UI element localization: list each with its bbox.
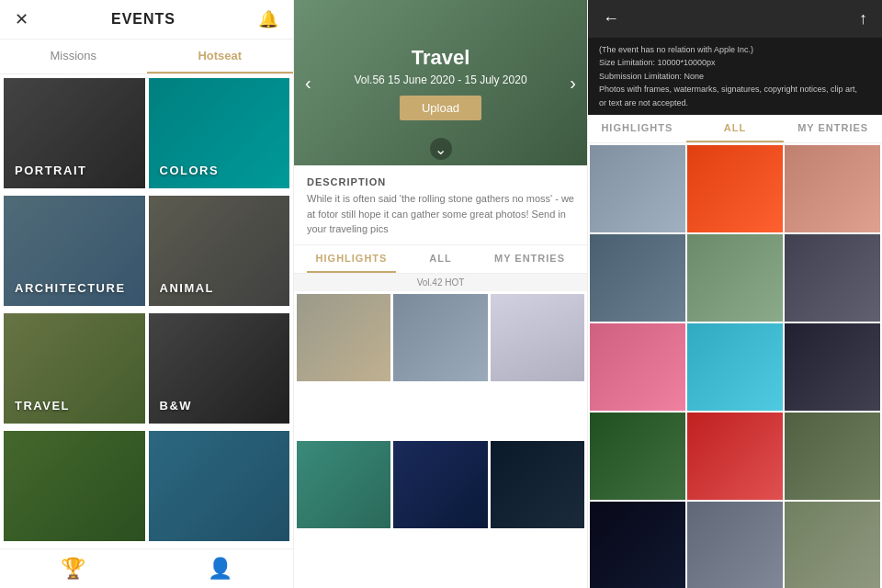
hero-title: Travel <box>412 46 470 70</box>
tab-highlights-right[interactable]: HIGHLIGHTS <box>588 115 686 142</box>
events-grid: PORTRAIT COLORS ARCHITECTURE ANIMAL TRAV… <box>0 74 293 548</box>
list-item[interactable] <box>149 431 290 541</box>
hero-subtitle: Vol.56 15 June 2020 - 15 July 2020 <box>354 74 526 86</box>
photo-item[interactable] <box>785 413 880 500</box>
animal-label: ANIMAL <box>160 281 215 295</box>
info-line-4: Photos with frames, watermarks, signatur… <box>599 83 871 96</box>
photo-bg <box>393 294 487 381</box>
list-item[interactable]: COLORS <box>149 78 290 188</box>
photo-bg <box>785 234 880 322</box>
extra2-image <box>149 431 290 541</box>
photo-bg <box>491 441 584 528</box>
photo-bg <box>785 323 880 411</box>
info-line-2: Size Limitation: 10000*10000px <box>599 56 871 69</box>
photo-item[interactable] <box>785 323 880 411</box>
list-item[interactable]: TRAVEL <box>4 313 145 424</box>
photo-item[interactable] <box>590 145 685 232</box>
photo-bg <box>687 413 783 500</box>
photo-bg <box>590 323 685 411</box>
info-line-5: or text are not accepted. <box>599 96 871 109</box>
photo-item[interactable] <box>297 294 390 381</box>
photo-item[interactable] <box>590 502 685 588</box>
tab-all-right[interactable]: ALL <box>686 115 785 142</box>
middle-tabs: HIGHLIGHTS ALL MY ENTRIES <box>294 245 587 274</box>
hero-section: Travel Vol.56 15 June 2020 - 15 July 202… <box>294 0 587 165</box>
photo-item[interactable] <box>687 145 783 232</box>
photo-bg <box>687 234 783 322</box>
photo-bg <box>297 294 390 381</box>
photo-bg <box>687 145 783 232</box>
hero-expand-icon[interactable]: ⌄ <box>430 138 452 160</box>
upload-button[interactable]: Upload <box>400 96 481 120</box>
photo-bg <box>687 323 783 411</box>
page-title: EVENTS <box>111 11 175 28</box>
list-item[interactable] <box>4 431 145 541</box>
photo-bg <box>590 502 685 588</box>
info-line-1: (The event has no relation with Apple In… <box>599 43 871 56</box>
description-text: While it is often said 'the rolling ston… <box>307 191 574 237</box>
photo-item[interactable] <box>687 413 783 500</box>
right-photo-grid <box>588 143 882 588</box>
close-icon[interactable]: ✕ <box>15 9 28 29</box>
photo-item[interactable] <box>687 234 783 322</box>
photo-item[interactable] <box>687 502 783 588</box>
middle-photo-grid <box>294 291 587 589</box>
tab-my-entries-right[interactable]: MY ENTRIES <box>784 115 882 142</box>
photo-item[interactable] <box>785 502 880 588</box>
middle-panel: Travel Vol.56 15 June 2020 - 15 July 202… <box>294 0 588 588</box>
back-icon[interactable]: ← <box>603 9 619 28</box>
tab-hotseat[interactable]: Hotseat <box>147 40 294 74</box>
photo-item[interactable] <box>297 441 390 528</box>
photo-bg <box>785 502 880 588</box>
hero-prev-icon[interactable]: ‹ <box>298 65 319 101</box>
hot-badge: Vol.42 HOT <box>294 274 587 291</box>
photo-item[interactable] <box>590 323 685 411</box>
hero-next-icon[interactable]: › <box>562 65 583 101</box>
left-header: ✕ EVENTS 🔔 <box>0 0 293 40</box>
photo-bg <box>590 413 685 500</box>
architecture-label: ARCHITECTURE <box>15 281 126 295</box>
photo-item[interactable] <box>590 413 685 500</box>
photo-item[interactable] <box>491 441 584 528</box>
photo-item[interactable] <box>393 294 487 381</box>
travel-label: TRAVEL <box>15 399 70 413</box>
photo-bg <box>687 502 783 588</box>
right-header: ← ↑ <box>588 0 882 38</box>
list-item[interactable]: B&W <box>149 313 290 424</box>
description-title: DESCRIPTION <box>307 176 574 187</box>
tab-missions[interactable]: Missions <box>0 40 147 74</box>
bw-label: B&W <box>160 399 193 413</box>
left-tabs: Missions Hotseat <box>0 40 293 74</box>
right-info: (The event has no relation with Apple In… <box>588 38 882 115</box>
photo-bg <box>491 294 584 381</box>
left-panel: ✕ EVENTS 🔔 Missions Hotseat PORTRAIT COL… <box>0 0 294 588</box>
photo-item[interactable] <box>687 323 783 411</box>
photo-item[interactable] <box>785 234 880 322</box>
photo-bg <box>785 413 880 500</box>
photo-item[interactable] <box>590 234 685 322</box>
colors-label: COLORS <box>160 164 220 177</box>
bell-icon[interactable]: 🔔 <box>258 9 278 29</box>
photo-bg <box>297 441 390 528</box>
photo-item[interactable] <box>393 441 487 528</box>
list-item[interactable]: ARCHITECTURE <box>4 196 145 306</box>
trophy-icon[interactable]: 🏆 <box>0 557 147 581</box>
photo-item[interactable] <box>785 145 880 232</box>
bottom-nav: 🏆 👤 <box>0 548 293 588</box>
list-item[interactable]: ANIMAL <box>149 196 290 306</box>
photo-bg <box>393 441 487 528</box>
photo-bg <box>590 145 685 232</box>
profile-icon[interactable]: 👤 <box>147 557 294 581</box>
extra1-image <box>4 431 145 541</box>
list-item[interactable]: PORTRAIT <box>4 78 145 188</box>
right-panel: ← ↑ (The event has no relation with Appl… <box>588 0 882 588</box>
photo-bg <box>785 145 880 232</box>
portrait-label: PORTRAIT <box>15 164 86 177</box>
tab-my-entries[interactable]: MY ENTRIES <box>485 245 574 273</box>
tab-all[interactable]: ALL <box>396 245 485 273</box>
info-line-3: Submission Limitation: None <box>599 70 871 83</box>
photo-item[interactable] <box>491 294 584 381</box>
share-icon[interactable]: ↑ <box>859 9 867 28</box>
photo-bg <box>590 234 685 322</box>
tab-highlights[interactable]: HIGHLIGHTS <box>307 245 396 273</box>
